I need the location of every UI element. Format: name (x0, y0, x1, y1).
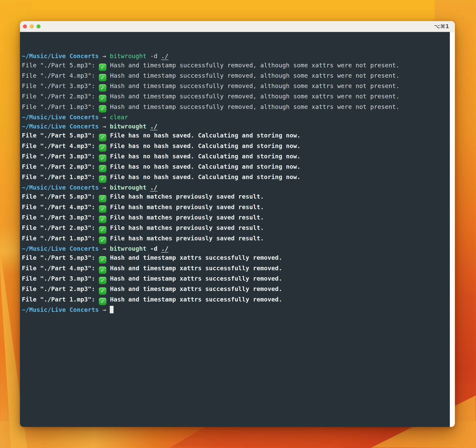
terminal-text-segment: File hash matches previously saved resul… (106, 214, 264, 221)
scrollbar-track[interactable] (450, 32, 455, 427)
terminal-text-segment: File "./Part 1.mp3": (22, 296, 99, 303)
terminal-line: File "./Part 1.mp3": ✓ Hash and timestam… (22, 102, 449, 113)
terminal-text-segment: File hash matches previously saved resul… (106, 224, 264, 231)
terminal-text-segment: Hash and timestamp successfully removed,… (106, 62, 400, 69)
terminal-line: File "./Part 4.mp3": ✓ File has no hash … (22, 141, 449, 152)
terminal-text-segment: File "./Part 5.mp3": (22, 132, 99, 139)
terminal-text-segment (147, 184, 150, 191)
terminal-line: ~/Music/Live Concerts → bitwrought -d ./ (22, 244, 449, 253)
terminal-text-segment: File "./Part 1.mp3": (22, 173, 99, 181)
terminal-line: File "./Part 5.mp3": ✓ Hash and timestam… (22, 253, 449, 264)
terminal-text-segment: File "./Part 4.mp3": (22, 204, 99, 211)
terminal-text-segment: bitwrought (110, 52, 147, 60)
minimize-button[interactable] (30, 24, 34, 28)
terminal-text-segment: File hash matches previously saved resul… (106, 193, 264, 200)
check-icon: ✓ (99, 165, 106, 172)
terminal-line: ~/Music/Live Concerts → bitwrought ./ (22, 122, 449, 131)
terminal-text-segment: ~/Music/Live Concerts (22, 52, 99, 60)
terminal-cursor (110, 306, 113, 313)
terminal-line: ~/Music/Live Concerts → clear (22, 113, 449, 122)
window-shortcut-badge: ⌥⌘1 (434, 21, 449, 32)
terminal-line: File "./Part 4.mp3": ✓ Hash and timestam… (22, 264, 449, 274)
terminal-text-segment: → (99, 306, 110, 313)
check-icon: ✓ (99, 216, 106, 223)
terminal-text-segment: File "./Part 2.mp3": (22, 93, 99, 100)
zoom-button[interactable] (37, 24, 40, 28)
terminal-text-segment: File "./Part 3.mp3": (22, 153, 99, 160)
terminal-content: ~/Music/Live Concerts → bitwrought -d ./… (20, 32, 455, 427)
terminal-text-segment: ~/Music/Live Concerts (22, 245, 99, 252)
terminal-text-segment: bitwrought (110, 184, 147, 191)
check-icon: ✓ (99, 226, 106, 234)
terminal-line: File "./Part 2.mp3": ✓ Hash and timestam… (22, 284, 449, 295)
terminal-text-segment: ./ (161, 52, 169, 60)
terminal-text-segment: Hash and timestamp xattrs successfully r… (106, 275, 282, 282)
terminal-text-segment: File "./Part 2.mp3": (22, 163, 99, 170)
terminal-text-segment: File "./Part 3.mp3": (22, 214, 99, 221)
terminal-text-segment: ./ (150, 184, 157, 191)
terminal-text-segment: → (99, 184, 110, 191)
check-icon: ✓ (99, 287, 106, 295)
terminal-line: File "./Part 3.mp3": ✓ File hash matches… (22, 213, 449, 223)
terminal-text-segment: Hash and timestamp xattrs successfully r… (106, 296, 282, 303)
terminal-text-segment: Hash and timestamp xattrs successfully r… (106, 254, 282, 261)
terminal-text-segment: ~/Music/Live Concerts (22, 114, 99, 121)
check-icon: ✓ (99, 95, 106, 102)
terminal-text-segment: File has no hash saved. Calculating and … (106, 142, 301, 149)
terminal-line: File "./Part 4.mp3": ✓ Hash and timestam… (22, 71, 449, 81)
terminal-text-segment: File "./Part 5.mp3": (22, 193, 99, 200)
terminal-text-segment: File "./Part 3.mp3": (22, 275, 99, 282)
terminal-text-segment: File has no hash saved. Calculating and … (106, 163, 301, 170)
check-icon: ✓ (99, 105, 106, 113)
terminal-line: ~/Music/Live Concerts → bitwrought -d ./ (22, 51, 449, 61)
check-icon: ✓ (99, 134, 106, 141)
terminal-line: File "./Part 3.mp3": ✓ Hash and timestam… (22, 81, 449, 92)
terminal-text-segment: File has no hash saved. Calculating and … (106, 153, 301, 160)
terminal-text-segment: Hash and timestamp successfully removed,… (106, 82, 400, 89)
check-icon: ✓ (99, 277, 106, 284)
terminal-line: File "./Part 5.mp3": ✓ File has no hash … (22, 131, 449, 141)
terminal-text-segment: Hash and timestamp successfully removed,… (106, 72, 400, 79)
terminal-text-segment: File hash matches previously saved resul… (106, 235, 264, 242)
terminal-text-segment: → (99, 245, 110, 252)
check-icon: ✓ (99, 176, 106, 183)
terminal-line: File "./Part 3.mp3": ✓ File has no hash … (22, 152, 449, 162)
check-icon: ✓ (99, 256, 106, 264)
check-icon: ✓ (99, 237, 106, 244)
terminal-text-segment: ./ (150, 123, 157, 130)
terminal-window: ⌥⌘1 ~/Music/Live Concerts → bitwrought -… (20, 21, 455, 427)
check-icon: ✓ (99, 266, 106, 274)
terminal-text-segment: -d (147, 245, 161, 252)
terminal-screen[interactable]: ~/Music/Live Concerts → bitwrought -d ./… (20, 32, 450, 427)
terminal-text-segment: ~/Music/Live Concerts (22, 306, 99, 313)
terminal-line: File "./Part 2.mp3": ✓ File hash matches… (22, 223, 449, 234)
terminal-text-segment: ~/Music/Live Concerts (22, 184, 99, 191)
terminal-text-segment: File "./Part 2.mp3": (22, 285, 99, 293)
terminal-line: File "./Part 2.mp3": ✓ Hash and timestam… (22, 92, 449, 102)
terminal-text-segment: clear (110, 114, 128, 121)
terminal-line: File "./Part 1.mp3": ✓ File hash matches… (22, 234, 449, 244)
terminal-line: ~/Music/Live Concerts → bitwrought ./ (22, 183, 449, 192)
terminal-line: ~/Music/Live Concerts → (22, 305, 449, 315)
terminal-text-segment: → (99, 52, 110, 60)
terminal-line: File "./Part 3.mp3": ✓ Hash and timestam… (22, 274, 449, 284)
traffic-lights (20, 24, 40, 28)
terminal-line: File "./Part 5.mp3": ✓ Hash and timestam… (22, 61, 449, 71)
terminal-text-segment: File "./Part 4.mp3": (22, 142, 99, 149)
terminal-text-segment: → (99, 123, 110, 130)
terminal-text-segment: Hash and timestamp xattrs successfully r… (106, 265, 282, 272)
terminal-line: File "./Part 4.mp3": ✓ File hash matches… (22, 203, 449, 213)
window-titlebar[interactable]: ⌥⌘1 (20, 21, 455, 32)
terminal-line: File "./Part 1.mp3": ✓ File has no hash … (22, 172, 449, 183)
terminal-text-segment: Hash and timestamp xattrs successfully r… (106, 285, 282, 293)
terminal-text-segment: Hash and timestamp successfully removed,… (106, 103, 400, 111)
check-icon: ✓ (99, 195, 106, 203)
terminal-text-segment: File "./Part 4.mp3": (22, 72, 99, 79)
check-icon: ✓ (99, 298, 106, 305)
terminal-text-segment: bitwrought (110, 245, 147, 252)
check-icon: ✓ (99, 64, 106, 71)
check-icon: ✓ (99, 74, 106, 81)
terminal-text-segment: -d (147, 52, 161, 60)
terminal-text-segment: File "./Part 3.mp3": (22, 82, 99, 89)
close-button[interactable] (23, 24, 27, 28)
